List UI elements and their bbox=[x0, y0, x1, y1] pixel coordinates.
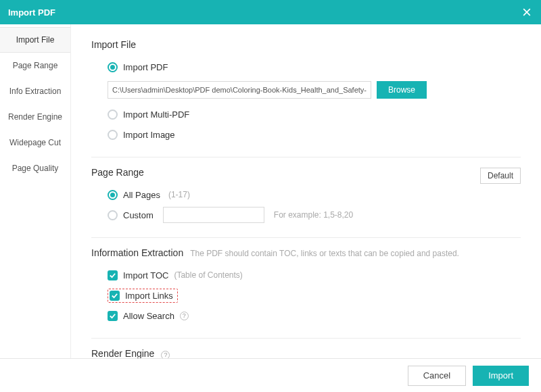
browse-button[interactable]: Browse bbox=[377, 81, 427, 99]
default-button[interactable]: Default bbox=[480, 168, 521, 184]
window-title: Import PDF bbox=[8, 7, 55, 18]
titlebar: Import PDF bbox=[0, 0, 541, 24]
sidebar-item-page-quality[interactable]: Page Quality bbox=[0, 155, 70, 181]
radio-import-image[interactable] bbox=[108, 130, 118, 140]
section-page-range: Page Range Default All Pages (1-17) Cust… bbox=[91, 163, 521, 238]
radio-custom-pages[interactable] bbox=[108, 210, 118, 220]
sidebar-item-import-file[interactable]: Import File bbox=[0, 27, 70, 53]
section-heading: Render Engine ? bbox=[91, 348, 521, 358]
content-scroll[interactable]: Import File Import PDF Browse Import Mul… bbox=[71, 24, 541, 358]
sidebar-item-page-range[interactable]: Page Range bbox=[0, 53, 70, 78]
custom-hint: For example: 1,5-8,20 bbox=[274, 210, 353, 220]
radio-label: All Pages bbox=[123, 190, 160, 200]
section-import-file: Import File Import PDF Browse Import Mul… bbox=[91, 35, 521, 157]
radio-label: Import PDF bbox=[123, 62, 168, 72]
checkbox-label: Import TOC bbox=[123, 270, 168, 280]
section-render-engine: Render Engine ? New Engine (Recommended … bbox=[91, 344, 521, 358]
section-heading: Page Range bbox=[91, 167, 480, 178]
help-icon[interactable]: ? bbox=[161, 351, 170, 359]
help-icon[interactable]: ? bbox=[180, 312, 189, 320]
close-icon[interactable] bbox=[521, 6, 533, 18]
section-heading: Information Extraction The PDF should co… bbox=[91, 247, 521, 258]
radio-label: Custom bbox=[123, 210, 154, 220]
radio-all-pages[interactable] bbox=[108, 190, 118, 200]
section-info-extraction: Information Extraction The PDF should co… bbox=[91, 243, 521, 339]
section-hint: The PDF should contain TOC, links or tex… bbox=[190, 249, 459, 258]
sidebar: Import File Page Range Info Extraction R… bbox=[0, 24, 71, 358]
checkbox-label: Allow Search bbox=[123, 311, 174, 321]
pdf-path-input[interactable] bbox=[108, 81, 371, 99]
custom-pages-input[interactable] bbox=[163, 207, 264, 223]
radio-label: Import Multi-PDF bbox=[123, 109, 189, 120]
import-button[interactable]: Import bbox=[473, 366, 529, 386]
highlight-import-links: Import Links bbox=[108, 289, 178, 303]
toc-suffix: (Table of Contents) bbox=[174, 270, 242, 280]
sidebar-item-widepage-cut[interactable]: Widepage Cut bbox=[0, 130, 70, 155]
checkbox-import-links[interactable] bbox=[110, 291, 120, 301]
radio-import-multi-pdf[interactable] bbox=[108, 109, 118, 120]
radio-label: Import Image bbox=[123, 130, 175, 140]
footer: Cancel Import bbox=[0, 358, 541, 392]
sidebar-item-render-engine[interactable]: Render Engine bbox=[0, 104, 70, 130]
cancel-button[interactable]: Cancel bbox=[408, 366, 466, 386]
checkbox-label: Import Links bbox=[125, 291, 173, 301]
checkbox-import-toc[interactable] bbox=[108, 270, 118, 280]
all-pages-range: (1-17) bbox=[168, 190, 190, 199]
sidebar-item-info-extraction[interactable]: Info Extraction bbox=[0, 78, 70, 104]
radio-import-pdf[interactable] bbox=[108, 62, 118, 72]
section-heading: Import File bbox=[91, 39, 521, 50]
checkbox-allow-search[interactable] bbox=[108, 311, 118, 321]
